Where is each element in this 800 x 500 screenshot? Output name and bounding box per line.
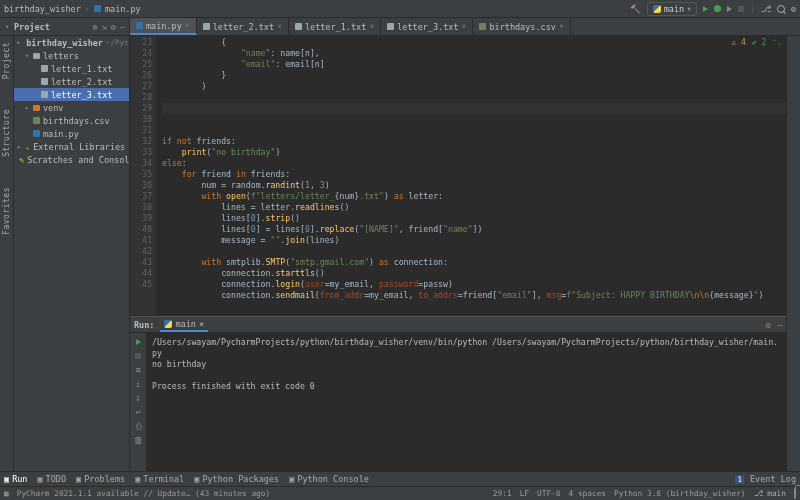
- chevron-right-icon: ›: [85, 4, 90, 14]
- editor-tab[interactable]: letter_2.txt×: [197, 18, 289, 35]
- line-number-gutter[interactable]: 23 24 25 26 27 28 29 30 31 32 33 34 35 3…: [130, 36, 156, 315]
- git-branch-icon[interactable]: ⎇: [761, 4, 771, 14]
- run-icon[interactable]: [703, 6, 708, 12]
- down-icon[interactable]: ↧: [134, 393, 143, 402]
- tool-window-button[interactable]: ▣Terminal: [135, 474, 184, 484]
- tab-label: letter_3.txt: [397, 22, 458, 32]
- close-icon[interactable]: ×: [185, 21, 190, 30]
- trash-icon[interactable]: 🗑: [134, 435, 143, 444]
- breadcrumb-root[interactable]: birthday_wisher: [4, 4, 81, 14]
- close-icon[interactable]: ×: [199, 319, 204, 329]
- caret-position[interactable]: 29:1: [493, 489, 512, 498]
- run-tab[interactable]: main ×: [160, 317, 208, 332]
- rerun-icon[interactable]: [134, 337, 143, 346]
- debug-icon[interactable]: [714, 5, 721, 12]
- tree-row[interactable]: letter_1.txt: [14, 62, 129, 75]
- tree-row[interactable]: letter_3.txt: [14, 88, 129, 101]
- txt-file-icon: [203, 23, 210, 30]
- editor-tab[interactable]: letter_3.txt×: [381, 18, 473, 35]
- tab-label: birthdays.csv: [489, 22, 556, 32]
- breadcrumb[interactable]: birthday_wisher › main.py: [4, 4, 141, 14]
- txt-file-icon: [387, 23, 394, 30]
- stop-icon[interactable]: [738, 6, 744, 12]
- file-encoding[interactable]: UTF-8: [537, 489, 560, 498]
- tool-window-button[interactable]: ▣Python Console: [289, 474, 369, 484]
- close-icon[interactable]: ×: [277, 22, 282, 31]
- close-icon[interactable]: ×: [559, 22, 564, 31]
- print-icon[interactable]: ⎙: [134, 421, 143, 430]
- tool-icon: ▣: [289, 474, 294, 484]
- inspections-widget[interactable]: ⚠ 4 ✔ 2 ⌃⌄: [731, 38, 782, 47]
- search-everywhere-icon[interactable]: [777, 5, 785, 13]
- run-tool-window: Run: main × ⚙ — ≡: [130, 316, 786, 471]
- build-icon[interactable]: 🔨: [630, 4, 641, 14]
- tree-row[interactable]: letter_2.txt: [14, 75, 129, 88]
- run-coverage-icon[interactable]: [727, 6, 732, 12]
- editor-tabs: main.py×letter_2.txt×letter_1.txt×letter…: [130, 18, 571, 35]
- tool-window-button[interactable]: ▣TODO: [37, 474, 66, 484]
- breadcrumb-file[interactable]: main.py: [105, 4, 141, 14]
- tree-row[interactable]: ▸₊ External Libraries: [14, 140, 129, 153]
- tree-row[interactable]: birthdays.csv: [14, 114, 129, 127]
- settings-icon[interactable]: ⚙: [791, 4, 796, 14]
- run-output[interactable]: /Users/swayam/PycharmProjects/python/bir…: [146, 333, 786, 471]
- tool-window-button[interactable]: ▣Problems: [76, 474, 125, 484]
- run-tool-title: Run:: [134, 320, 154, 330]
- soft-wrap-icon[interactable]: ↩: [134, 407, 143, 416]
- tool-windows-icon[interactable]: ▦: [4, 489, 9, 498]
- tree-row[interactable]: ▸venv: [14, 101, 129, 114]
- interpreter-status[interactable]: Python 3.8 (birthday_wisher): [614, 489, 745, 498]
- tree-row[interactable]: ▾birthday_wisher ~/PycharmProjects/py: [14, 36, 129, 49]
- select-opened-file-icon[interactable]: ⊚: [93, 22, 98, 32]
- tool-window-button[interactable]: ▣Python Packages: [194, 474, 279, 484]
- tree-row[interactable]: main.py: [14, 127, 129, 140]
- python-icon: [653, 5, 661, 13]
- status-message[interactable]: PyCharm 2021.1.1 available // Update… (4…: [17, 489, 270, 498]
- txt-file-icon: [295, 23, 302, 30]
- hide-tool-icon[interactable]: —: [777, 320, 782, 330]
- navigation-bar: birthday_wisher › main.py 🔨 main ▼ | ⎇ ⚙: [0, 0, 800, 18]
- collapse-all-icon[interactable]: ⇲: [102, 22, 107, 32]
- run-config-name: main: [664, 4, 684, 14]
- settings-icon[interactable]: ⚙: [111, 22, 116, 32]
- tree-row[interactable]: ✎ Scratches and Consoles: [14, 153, 129, 166]
- editor-tab[interactable]: main.py×: [130, 18, 197, 35]
- left-stripe: Project Structure Favorites: [0, 36, 14, 471]
- run-tab-label: main: [175, 319, 195, 329]
- indent-status[interactable]: 4 spaces: [569, 489, 607, 498]
- tool-favorites-tab[interactable]: Favorites: [2, 187, 11, 235]
- stop-icon[interactable]: [134, 351, 143, 360]
- python-file-icon: [94, 5, 101, 12]
- close-icon[interactable]: ×: [369, 22, 374, 31]
- chevron-down-icon: ▼: [687, 5, 691, 12]
- settings-icon[interactable]: ⚙: [766, 320, 771, 330]
- tab-label: letter_2.txt: [213, 22, 274, 32]
- layout-icon[interactable]: ≡: [134, 365, 143, 374]
- tab-label: main.py: [146, 21, 182, 31]
- readonly-lock-icon[interactable]: [794, 489, 796, 498]
- tool-icon: ▣: [4, 474, 9, 484]
- code-editor[interactable]: 23 24 25 26 27 28 29 30 31 32 33 34 35 3…: [130, 36, 786, 315]
- line-separator[interactable]: LF: [520, 489, 529, 498]
- status-bar: ▦ PyCharm 2021.1.1 available // Update… …: [0, 486, 800, 500]
- editor-tab[interactable]: letter_1.txt×: [289, 18, 381, 35]
- event-log-badge[interactable]: 1: [735, 475, 744, 484]
- tool-project-tab[interactable]: Project: [2, 42, 11, 79]
- chevron-up-down-icon[interactable]: ⌃⌄: [772, 38, 782, 47]
- git-branch-status[interactable]: ⎇ main: [754, 489, 786, 498]
- tree-row[interactable]: ▾letters: [14, 49, 129, 62]
- event-log-button[interactable]: Event Log: [750, 474, 796, 484]
- up-icon[interactable]: ↥: [134, 379, 143, 388]
- hide-tool-icon[interactable]: —: [120, 22, 125, 32]
- chevron-down-icon[interactable]: ▾: [4, 23, 10, 31]
- tool-structure-tab[interactable]: Structure: [2, 109, 11, 157]
- project-tree[interactable]: ▾birthday_wisher ~/PycharmProjects/py▾le…: [14, 36, 130, 471]
- tool-icon: ▣: [37, 474, 42, 484]
- tool-icon: ▣: [76, 474, 81, 484]
- run-configuration-selector[interactable]: main ▼: [647, 2, 697, 16]
- tool-window-button[interactable]: ▣Run: [4, 474, 27, 484]
- close-icon[interactable]: ×: [462, 22, 467, 31]
- editor-tab[interactable]: birthdays.csv×: [473, 18, 570, 35]
- code-area[interactable]: { "name": name[n], "email": email[n] } )…: [156, 36, 786, 315]
- project-tool-header: ▾ Project ⊚ ⇲ ⚙ —: [0, 18, 130, 35]
